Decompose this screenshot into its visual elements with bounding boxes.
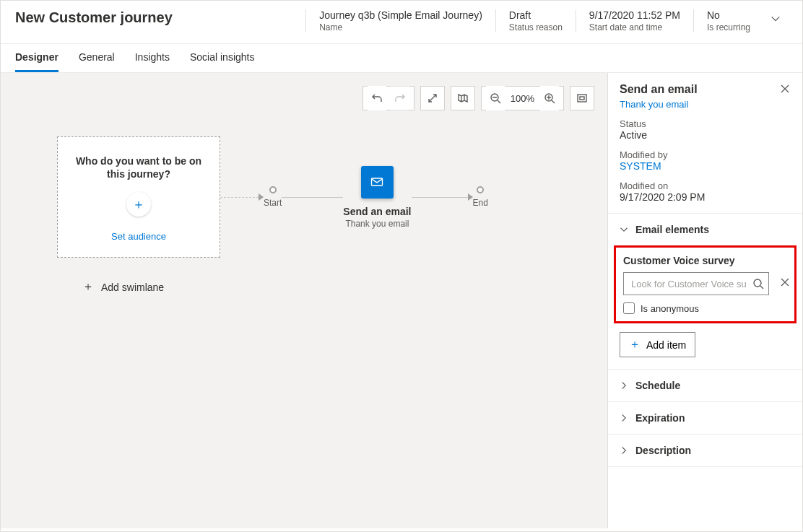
search-icon xyxy=(752,278,764,289)
meta-recurring-label: Is recurring xyxy=(707,22,750,32)
description-label: Description xyxy=(635,445,691,456)
redo-icon xyxy=(394,92,406,104)
email-tile-subtitle: Thank you email xyxy=(345,219,409,229)
start-label: Start xyxy=(264,198,282,208)
meta-name-label: Name xyxy=(319,22,482,32)
tab-insights[interactable]: Insights xyxy=(135,51,170,72)
zoom-in-icon xyxy=(544,92,555,104)
chevron-down-icon xyxy=(771,14,781,24)
audience-placeholder[interactable]: Who do you want to be on this journey? ＋… xyxy=(57,136,220,258)
add-audience-button[interactable]: ＋ xyxy=(126,192,151,217)
survey-lookup-input[interactable] xyxy=(631,279,752,289)
swimlane: Who do you want to be on this journey? ＋… xyxy=(14,136,594,258)
anonymous-label: Is anonymous xyxy=(641,303,699,314)
fullscreen-button[interactable] xyxy=(420,86,445,110)
tab-designer[interactable]: Designer xyxy=(15,51,58,72)
minimap-button[interactable] xyxy=(451,86,475,110)
description-head[interactable]: Description xyxy=(608,435,802,466)
end-label: End xyxy=(473,198,488,208)
add-item-label: Add item xyxy=(646,339,686,351)
customer-voice-highlight: Customer Voice survey Is anonymous xyxy=(614,245,797,323)
meta-name-value: Journey q3b (Simple Email Journey) xyxy=(319,9,482,21)
meta-start[interactable]: 9/17/2020 11:52 PM Start date and time xyxy=(576,9,693,32)
plus-icon: ＋ xyxy=(82,279,94,295)
zoom-out-icon xyxy=(490,92,501,104)
undo-redo-group xyxy=(363,86,414,110)
modified-on-value: 9/17/2020 2:09 PM xyxy=(620,191,791,203)
status-label: Status xyxy=(620,118,791,129)
anonymous-checkbox-row[interactable]: Is anonymous xyxy=(623,302,787,314)
zoom-out-button[interactable] xyxy=(486,86,505,110)
meta-status-value: Draft xyxy=(509,9,563,21)
svg-rect-2 xyxy=(578,95,586,102)
chevron-right-icon xyxy=(620,381,628,390)
arrow-icon xyxy=(259,193,264,201)
email-elements-label: Email elements xyxy=(635,224,709,235)
plus-icon: ＋ xyxy=(132,196,145,213)
modified-by-label: Modified by xyxy=(620,149,791,160)
zoom-level: 100% xyxy=(509,93,536,104)
audience-q1: Who do you want to be on xyxy=(76,155,201,167)
svg-point-5 xyxy=(754,279,761,287)
meta-start-value: 9/17/2020 11:52 PM xyxy=(589,9,680,21)
add-swimlane-label: Add swimlane xyxy=(101,282,164,293)
tab-social-insights[interactable]: Social insights xyxy=(190,51,255,72)
canvas-toolbar: 100% xyxy=(363,86,594,110)
plus-icon: ＋ xyxy=(629,337,641,352)
page-title: New Customer journey xyxy=(15,9,173,26)
svg-rect-4 xyxy=(372,178,383,186)
fit-screen-icon xyxy=(576,92,588,104)
fit-button[interactable] xyxy=(570,86,594,110)
start-node: Start xyxy=(264,186,282,208)
header-expand-button[interactable] xyxy=(763,9,788,27)
panel-record-link[interactable]: Thank you email xyxy=(620,99,791,110)
modified-on-label: Modified on xyxy=(620,180,791,191)
end-node: End xyxy=(473,186,488,208)
add-item-button[interactable]: ＋ Add item xyxy=(620,332,695,357)
meta-status-label: Status reason xyxy=(509,22,563,32)
tab-general[interactable]: General xyxy=(79,51,115,72)
meta-status[interactable]: Draft Status reason xyxy=(495,9,576,32)
zoom-group: 100% xyxy=(481,86,564,110)
chevron-right-icon xyxy=(620,414,628,422)
svg-rect-3 xyxy=(580,97,584,100)
close-icon xyxy=(779,276,791,288)
survey-field-label: Customer Voice survey xyxy=(623,255,787,266)
modified-by-value[interactable]: SYSTEM xyxy=(620,160,791,172)
properties-panel: Send an email Thank you email Status Act… xyxy=(607,73,802,528)
header-meta: Journey q3b (Simple Email Journey) Name … xyxy=(305,9,763,32)
schedule-label: Schedule xyxy=(635,380,680,391)
add-swimlane-button[interactable]: ＋ Add swimlane xyxy=(82,279,594,295)
chevron-right-icon xyxy=(620,446,628,455)
meta-start-label: Start date and time xyxy=(589,22,680,32)
expand-icon xyxy=(427,92,438,104)
redo-button[interactable] xyxy=(391,86,409,110)
set-audience-link[interactable]: Set audience xyxy=(111,231,166,242)
email-elements-head[interactable]: Email elements xyxy=(608,214,802,245)
designer-canvas[interactable]: 100% Who do you want to be on this journ… xyxy=(1,73,607,528)
expiration-head[interactable]: Expiration xyxy=(608,402,802,434)
chevron-down-icon xyxy=(620,225,628,234)
map-icon xyxy=(457,92,469,104)
zoom-in-button[interactable] xyxy=(540,86,559,110)
close-icon xyxy=(779,83,791,95)
survey-lookup[interactable] xyxy=(623,272,769,295)
meta-recurring-value: No xyxy=(707,9,750,21)
anonymous-checkbox[interactable] xyxy=(623,302,635,314)
undo-icon xyxy=(371,92,383,104)
undo-button[interactable] xyxy=(368,86,386,110)
expiration-label: Expiration xyxy=(635,412,685,424)
arrow-icon xyxy=(468,193,473,201)
email-tile-title: Send an email xyxy=(343,206,411,217)
panel-title: Send an email xyxy=(620,83,791,96)
audience-question: Who do you want to be on this journey? xyxy=(76,154,201,180)
meta-recurring[interactable]: No Is recurring xyxy=(693,9,763,32)
audience-q2: this journey? xyxy=(107,168,170,180)
tab-bar: Designer General Insights Social insight… xyxy=(1,44,802,73)
schedule-head[interactable]: Schedule xyxy=(608,370,802,401)
email-icon xyxy=(370,175,384,189)
email-tile[interactable]: Send an email Thank you email xyxy=(343,166,411,229)
survey-clear-button[interactable] xyxy=(776,274,794,294)
panel-close-button[interactable] xyxy=(779,83,791,97)
meta-name[interactable]: Journey q3b (Simple Email Journey) Name xyxy=(305,9,495,32)
